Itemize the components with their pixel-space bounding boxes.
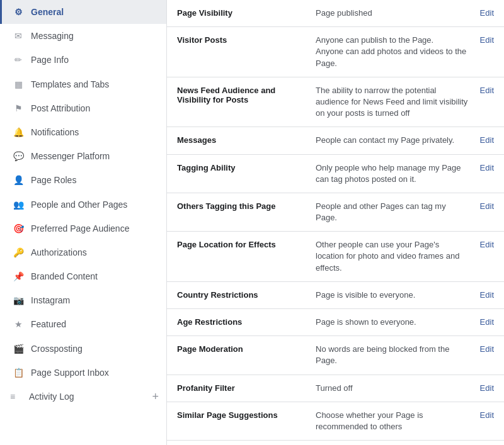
- setting-action-others-tagging: Edit: [469, 201, 494, 211]
- settings-row-similar-page-suggestions: Similar Page Suggestions Choose whether …: [167, 402, 504, 441]
- edit-link-messages[interactable]: Edit: [480, 135, 494, 145]
- sidebar-item-page-roles[interactable]: 👤 Page Roles: [0, 168, 166, 192]
- edit-link-similar-page-suggestions[interactable]: Edit: [480, 410, 494, 420]
- page-info-icon: ✏: [12, 54, 25, 65]
- setting-action-page-location-effects: Edit: [469, 239, 494, 249]
- edit-link-country-restrictions[interactable]: Edit: [480, 290, 494, 300]
- sidebar-item-label: Authorizations: [31, 247, 159, 258]
- settings-row-tagging-ability: Tagging Ability Only people who help man…: [167, 155, 504, 193]
- sidebar-item-post-attribution[interactable]: ⚑ Post Attribution: [0, 96, 166, 120]
- setting-label-country-restrictions: Country Restrictions: [177, 290, 316, 300]
- setting-label-others-tagging: Others Tagging this Page: [177, 201, 316, 211]
- messenger-platform-icon: 💬: [12, 150, 25, 162]
- sidebar-item-label: Instagram: [31, 295, 159, 306]
- setting-action-tagging-ability: Edit: [469, 162, 494, 172]
- setting-action-page-visibility: Edit: [469, 8, 494, 18]
- edit-link-tagging-ability[interactable]: Edit: [480, 163, 494, 172]
- add-button[interactable]: +: [152, 391, 159, 402]
- main-content: Page Visibility Page published Edit Visi…: [167, 0, 504, 445]
- setting-label-tagging-ability: Tagging Ability: [177, 162, 316, 172]
- setting-label-age-restrictions: Age Restrictions: [177, 317, 316, 327]
- setting-action-similar-page-suggestions: Edit: [469, 410, 494, 420]
- sidebar-item-label: Post Attribution: [31, 103, 159, 114]
- sidebar-item-page-support-inbox[interactable]: 📋 Page Support Inbox: [0, 361, 166, 385]
- sidebar-item-authorizations[interactable]: 🔑 Authorizations: [0, 240, 166, 264]
- sidebar-item-branded-content[interactable]: 📌 Branded Content: [0, 264, 166, 288]
- sidebar-item-preferred-page-audience[interactable]: 🎯 Preferred Page Audience: [0, 217, 166, 240]
- edit-link-page-visibility[interactable]: Edit: [480, 8, 494, 18]
- setting-label-visitor-posts: Visitor Posts: [177, 35, 316, 45]
- sidebar-item-crossposting[interactable]: 🎬 Crossposting: [0, 337, 166, 361]
- featured-icon: ★: [12, 318, 25, 330]
- setting-label-messages: Messages: [177, 135, 316, 145]
- setting-action-age-restrictions: Edit: [469, 317, 494, 327]
- crossposting-icon: 🎬: [12, 343, 25, 354]
- sidebar-item-label: Branded Content: [31, 271, 159, 282]
- setting-value-tagging-ability: Only people who help manage my Page can …: [316, 162, 469, 185]
- sidebar-item-people-other-pages[interactable]: 👥 People and Other Pages: [0, 193, 166, 217]
- setting-value-age-restrictions: Page is shown to everyone.: [316, 317, 469, 328]
- setting-action-messages: Edit: [469, 135, 494, 145]
- sidebar-footer-activity-log[interactable]: ≡ Activity Log +: [0, 385, 166, 408]
- sidebar-item-label: Crossposting: [31, 343, 159, 354]
- setting-label-page-visibility: Page Visibility: [177, 8, 316, 18]
- sidebar-item-featured[interactable]: ★ Featured: [0, 312, 166, 336]
- settings-row-page-updates: Page Updates Page posts are automaticall…: [167, 441, 504, 445]
- notifications-icon: 🔔: [12, 127, 25, 138]
- edit-link-page-location-effects[interactable]: Edit: [480, 240, 494, 249]
- setting-action-news-feed-audience: Edit: [469, 85, 494, 95]
- setting-value-messages: People can contact my Page privately.: [316, 135, 469, 146]
- setting-action-page-moderation: Edit: [469, 344, 494, 354]
- sidebar-item-general[interactable]: ⚙ General: [0, 0, 166, 24]
- setting-action-profanity-filter: Edit: [469, 383, 494, 393]
- setting-value-news-feed-audience: The ability to narrow the potential audi…: [316, 85, 469, 120]
- edit-link-news-feed-audience[interactable]: Edit: [480, 86, 494, 95]
- sidebar-item-label: People and Other Pages: [31, 199, 159, 210]
- sidebar-item-label: Page Roles: [31, 174, 159, 186]
- settings-row-messages: Messages People can contact my Page priv…: [167, 127, 504, 154]
- activity-log-icon: ≡: [10, 391, 23, 402]
- settings-row-page-moderation: Page Moderation No words are being block…: [167, 336, 504, 375]
- edit-link-page-moderation[interactable]: Edit: [480, 344, 494, 354]
- page-roles-icon: 👤: [12, 174, 25, 186]
- settings-row-visitor-posts: Visitor Posts Anyone can publish to the …: [167, 27, 504, 77]
- edit-link-profanity-filter[interactable]: Edit: [480, 383, 494, 393]
- instagram-icon: 📷: [12, 295, 25, 306]
- sidebar-item-label: General: [31, 6, 159, 18]
- edit-link-others-tagging[interactable]: Edit: [480, 201, 494, 211]
- sidebar-item-notifications[interactable]: 🔔 Notifications: [0, 120, 166, 144]
- setting-value-page-visibility: Page published: [316, 8, 469, 19]
- sidebar-item-label: Featured: [31, 318, 159, 330]
- authorizations-icon: 🔑: [12, 247, 25, 258]
- setting-value-visitor-posts: Anyone can publish to the Page.Anyone ca…: [316, 35, 469, 69]
- setting-value-page-location-effects: Other people can use your Page's locatio…: [316, 239, 469, 274]
- people-other-pages-icon: 👥: [12, 199, 25, 210]
- setting-label-page-location-effects: Page Location for Effects: [177, 239, 316, 249]
- sidebar-item-templates-tabs[interactable]: ▦ Templates and Tabs: [0, 72, 166, 96]
- setting-label-similar-page-suggestions: Similar Page Suggestions: [177, 410, 316, 420]
- settings-row-others-tagging: Others Tagging this Page People and othe…: [167, 193, 504, 232]
- sidebar-item-instagram[interactable]: 📷 Instagram: [0, 288, 166, 312]
- sidebar-item-messaging[interactable]: ✉ Messaging: [0, 24, 166, 48]
- setting-label-profanity-filter: Profanity Filter: [177, 383, 316, 393]
- post-attribution-icon: ⚑: [12, 103, 25, 114]
- activity-log-label: Activity Log: [29, 391, 74, 402]
- page-support-inbox-icon: 📋: [12, 367, 25, 378]
- sidebar-item-label: Page Info: [31, 54, 159, 65]
- setting-value-page-moderation: No words are being blocked from the Page…: [316, 344, 469, 366]
- settings-row-page-visibility: Page Visibility Page published Edit: [167, 0, 504, 27]
- settings-row-news-feed-audience: News Feed Audience and Visibility for Po…: [167, 77, 504, 128]
- setting-action-visitor-posts: Edit: [469, 35, 494, 45]
- setting-label-news-feed-audience: News Feed Audience and Visibility for Po…: [177, 85, 316, 104]
- settings-row-profanity-filter: Profanity Filter Turned off Edit: [167, 375, 504, 402]
- messaging-icon: ✉: [12, 30, 25, 42]
- branded-content-icon: 📌: [12, 271, 25, 282]
- edit-link-age-restrictions[interactable]: Edit: [480, 317, 494, 327]
- sidebar-item-page-info[interactable]: ✏ Page Info: [0, 48, 166, 72]
- sidebar-item-label: Notifications: [31, 127, 159, 138]
- sidebar-item-label: Page Support Inbox: [31, 367, 159, 378]
- sidebar-item-label: Messenger Platform: [31, 150, 159, 162]
- edit-link-visitor-posts[interactable]: Edit: [480, 35, 494, 45]
- sidebar-item-messenger-platform[interactable]: 💬 Messenger Platform: [0, 144, 166, 168]
- general-icon: ⚙: [12, 6, 25, 18]
